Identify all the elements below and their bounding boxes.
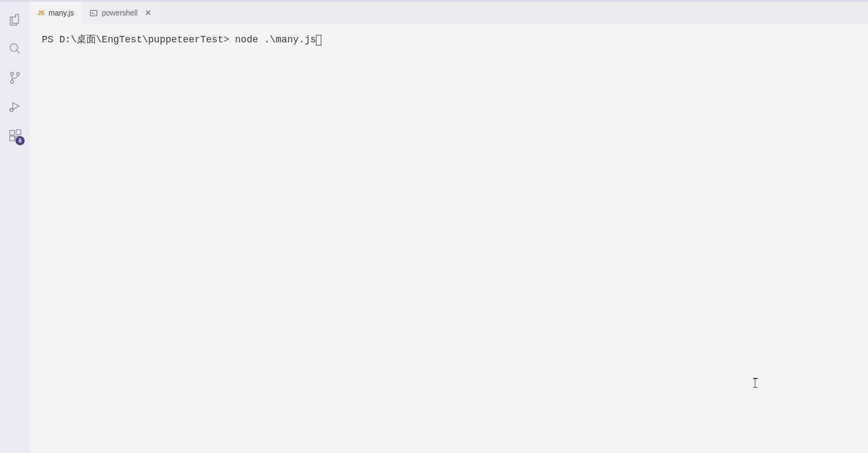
tab-label: powershell [102,9,138,17]
main-container: 6 JS many.js powershell ✕ [0,2,868,453]
svg-point-4 [11,80,13,83]
extensions-badge: 6 [16,136,25,145]
terminal-prompt: PS D:\桌面\EngTest\puppeteerTest> [42,33,235,47]
activity-bar: 6 [0,2,30,453]
debug-icon [8,100,22,114]
editor-area: JS many.js powershell ✕ PS D:\桌面 [30,2,868,453]
svg-line-1 [17,50,19,53]
svg-rect-12 [16,130,21,135]
extensions-button[interactable]: 6 [2,123,28,148]
tab-many-js[interactable]: JS many.js [30,2,82,24]
terminal-cursor [316,35,321,46]
terminal-line: PS D:\桌面\EngTest\puppeteerTest> node .\m… [42,33,856,47]
svg-point-5 [10,109,13,112]
svg-point-0 [10,44,18,51]
tab-label: many.js [48,9,73,17]
run-debug-button[interactable] [2,94,28,120]
js-file-icon: JS [38,10,44,16]
terminal-content[interactable]: PS D:\桌面\EngTest\puppeteerTest> node .\m… [30,24,868,453]
terminal-command: node .\many.js [235,33,316,47]
svg-rect-10 [10,136,14,141]
branch-icon [8,71,22,85]
source-control-button[interactable] [2,65,28,91]
svg-point-2 [11,72,13,75]
svg-line-8 [10,108,10,108]
files-icon [8,13,22,27]
close-icon[interactable]: ✕ [144,9,153,17]
tab-powershell[interactable]: powershell ✕ [82,2,161,24]
search-button[interactable] [2,36,28,62]
svg-rect-13 [90,10,97,16]
text-cursor-caret [755,378,756,388]
svg-rect-9 [10,130,14,135]
svg-point-3 [17,72,19,75]
tabs-bar: JS many.js powershell ✕ [30,2,868,24]
search-icon [8,42,22,56]
terminal-icon [90,9,98,17]
explorer-button[interactable] [2,7,28,33]
